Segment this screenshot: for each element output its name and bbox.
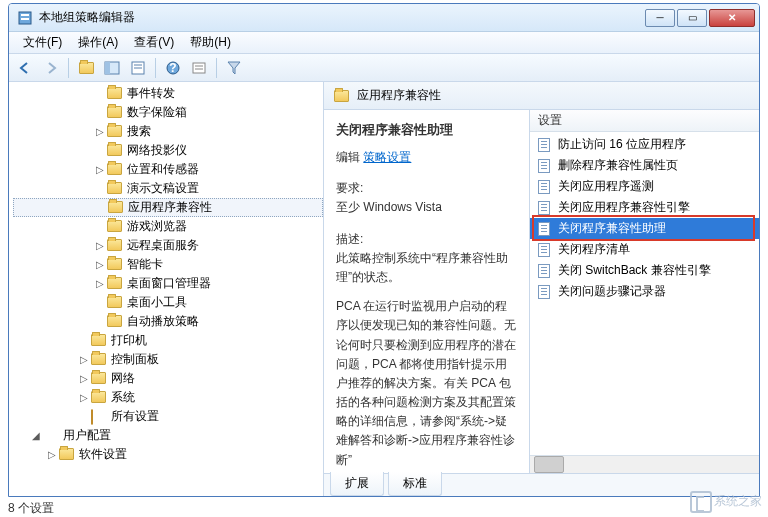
tree-label: 远程桌面服务	[127, 237, 205, 254]
menu-view[interactable]: 查看(V)	[126, 32, 182, 53]
settings-item-label: 关闭问题步骤记录器	[558, 283, 666, 300]
properties-button[interactable]	[126, 56, 150, 80]
edit-policy-link[interactable]: 策略设置	[363, 150, 411, 164]
right-pane: 应用程序兼容性 关闭程序兼容性助理 编辑 策略设置 要求: 至少 Windows…	[324, 82, 759, 496]
detail-panel: 关闭程序兼容性助理 编辑 策略设置 要求: 至少 Windows Vista 描…	[324, 110, 529, 473]
help-button[interactable]: ?	[161, 56, 185, 80]
tree-label: 用户配置	[63, 427, 117, 444]
expand-icon[interactable]: ◢	[29, 430, 43, 441]
tree-label: 位置和传感器	[127, 161, 205, 178]
up-button[interactable]	[74, 56, 98, 80]
tree-label: 自动播放策略	[127, 313, 205, 330]
menu-help[interactable]: 帮助(H)	[182, 32, 239, 53]
tree-item[interactable]: 事件转发	[13, 84, 323, 103]
menu-file[interactable]: 文件(F)	[15, 32, 70, 53]
folder-icon	[107, 220, 123, 234]
settings-list: 设置 防止访问 16 位应用程序删除程序兼容性属性页关闭应用程序遥测关闭应用程序…	[529, 110, 759, 473]
tree-item[interactable]: ▷系统	[13, 388, 323, 407]
expand-icon[interactable]: ▷	[93, 240, 107, 251]
settings-list-body[interactable]: 防止访问 16 位应用程序删除程序兼容性属性页关闭应用程序遥测关闭应用程序兼容性…	[530, 132, 759, 455]
menu-action[interactable]: 操作(A)	[70, 32, 126, 53]
policy-icon	[536, 138, 552, 152]
tree-label: 系统	[111, 389, 141, 406]
svg-rect-2	[21, 18, 29, 20]
horizontal-scrollbar[interactable]	[530, 455, 759, 473]
tree-item[interactable]: ▷搜索	[13, 122, 323, 141]
tab-standard[interactable]: 标准	[388, 472, 442, 496]
tree-item[interactable]: 演示文稿设置	[13, 179, 323, 198]
view-tabs: 扩展 标准	[324, 473, 759, 496]
expand-icon[interactable]: ▷	[45, 449, 59, 460]
settings-item[interactable]: 关闭应用程序兼容性引擎	[530, 197, 759, 218]
tree-item[interactable]: ▷远程桌面服务	[13, 236, 323, 255]
tree-item[interactable]: 桌面小工具	[13, 293, 323, 312]
content-area: 事件转发数字保险箱▷搜索网络投影仪▷位置和传感器演示文稿设置应用程序兼容性游戏浏…	[9, 82, 759, 496]
settings-item[interactable]: 删除程序兼容性属性页	[530, 155, 759, 176]
tree-item[interactable]: 所有设置	[13, 407, 323, 426]
gear-icon	[43, 429, 59, 443]
expand-icon[interactable]: ▷	[93, 126, 107, 137]
tree-item[interactable]: ◢用户配置	[13, 426, 323, 445]
expand-icon[interactable]: ▷	[77, 354, 91, 365]
tree-label: 桌面窗口管理器	[127, 275, 217, 292]
tree-item[interactable]: ▷智能卡	[13, 255, 323, 274]
tree-item[interactable]: ▷桌面窗口管理器	[13, 274, 323, 293]
tree-item[interactable]: 自动播放策略	[13, 312, 323, 331]
forward-button[interactable]	[39, 56, 63, 80]
folder-icon	[334, 90, 349, 102]
tree-item[interactable]: ▷控制面板	[13, 350, 323, 369]
svg-rect-4	[105, 62, 110, 74]
expand-icon[interactable]: ▷	[77, 392, 91, 403]
tree-label: 所有设置	[111, 408, 165, 425]
tree-label: 网络投影仪	[127, 142, 193, 159]
tree-item[interactable]: ▷网络	[13, 369, 323, 388]
folder-icon	[107, 315, 123, 329]
close-button[interactable]: ✕	[709, 9, 755, 27]
minimize-button[interactable]: ─	[645, 9, 675, 27]
expand-icon[interactable]: ▷	[93, 164, 107, 175]
svg-text:?: ?	[169, 61, 176, 75]
tree-item[interactable]: ▷软件设置	[13, 445, 323, 464]
settings-item-label: 删除程序兼容性属性页	[558, 157, 678, 174]
description-label: 描述:	[336, 230, 517, 249]
folder-icon	[108, 201, 124, 215]
settings-item[interactable]: 关闭问题步骤记录器	[530, 281, 759, 302]
folder-icon	[107, 106, 123, 120]
tree-item[interactable]: 应用程序兼容性	[13, 198, 323, 217]
back-button[interactable]	[13, 56, 37, 80]
edit-label: 编辑	[336, 150, 360, 164]
right-pane-title: 应用程序兼容性	[357, 87, 441, 104]
tree-label: 软件设置	[79, 446, 133, 463]
expand-icon[interactable]: ▷	[93, 259, 107, 270]
tree-label: 演示文稿设置	[127, 180, 205, 197]
tree-item[interactable]: 数字保险箱	[13, 103, 323, 122]
tree-pane[interactable]: 事件转发数字保险箱▷搜索网络投影仪▷位置和传感器演示文稿设置应用程序兼容性游戏浏…	[9, 82, 324, 496]
tree-item[interactable]: 游戏浏览器	[13, 217, 323, 236]
policy-icon	[536, 264, 552, 278]
tree-item[interactable]: ▷位置和传感器	[13, 160, 323, 179]
statusbar: 8 个设置	[8, 500, 54, 517]
settings-item[interactable]: 关闭程序兼容性助理	[530, 218, 759, 239]
tab-extended[interactable]: 扩展	[330, 472, 384, 496]
maximize-button[interactable]: ▭	[677, 9, 707, 27]
window-title: 本地组策略编辑器	[39, 9, 643, 26]
policy-icon	[536, 243, 552, 257]
settings-column-header[interactable]: 设置	[530, 110, 759, 132]
tree-item[interactable]: 打印机	[13, 331, 323, 350]
tree-item[interactable]: 网络投影仪	[13, 141, 323, 160]
expand-icon[interactable]: ▷	[77, 373, 91, 384]
show-hide-tree-button[interactable]	[100, 56, 124, 80]
policy-icon	[536, 201, 552, 215]
tree-label: 智能卡	[127, 256, 169, 273]
settings-item[interactable]: 关闭 SwitchBack 兼容性引擎	[530, 260, 759, 281]
settings-item[interactable]: 防止访问 16 位应用程序	[530, 134, 759, 155]
tree-label: 打印机	[111, 332, 153, 349]
options-button[interactable]	[187, 56, 211, 80]
expand-icon[interactable]: ▷	[93, 278, 107, 289]
settings-item[interactable]: 关闭程序清单	[530, 239, 759, 260]
app-window: 本地组策略编辑器 ─ ▭ ✕ 文件(F) 操作(A) 查看(V) 帮助(H) ?…	[8, 3, 760, 497]
filter-button[interactable]	[222, 56, 246, 80]
requirements-label: 要求:	[336, 179, 517, 198]
settings-item[interactable]: 关闭应用程序遥测	[530, 176, 759, 197]
pca-body: PCA 在运行时监视用户启动的程序以便发现已知的兼容性问题。无论何时只要检测到应…	[336, 297, 517, 470]
